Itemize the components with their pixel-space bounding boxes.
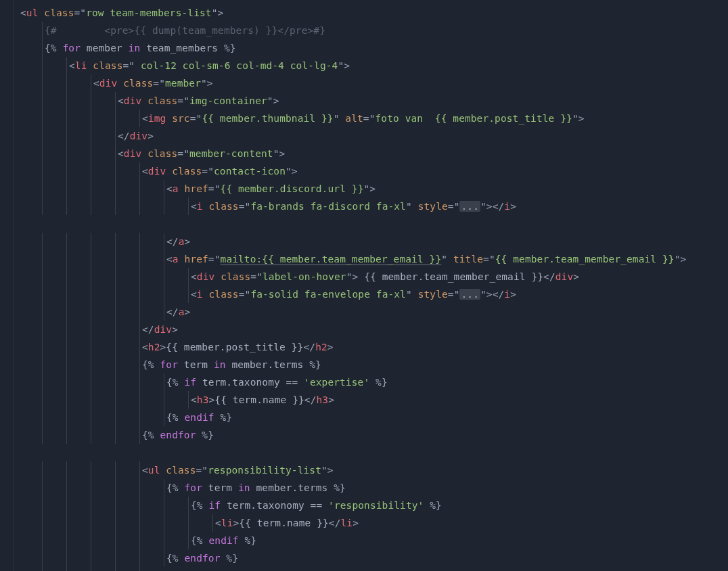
token: 'expertise' <box>304 377 369 388</box>
token: </ <box>543 271 555 282</box>
code-line[interactable]: <div class="contact-icon"> <box>16 162 686 180</box>
token: in <box>214 359 226 370</box>
code-line[interactable]: <a href="mailto:{{ member.team_member_em… <box>16 250 686 268</box>
token: class <box>93 60 122 71</box>
code-line[interactable]: {% if term.taxonomy == 'responsibility' … <box>16 497 686 514</box>
token: = <box>190 113 196 124</box>
line-content: <div class="label-on-hover"> {{ member.t… <box>16 268 579 286</box>
token: {{ term.name }} <box>214 394 304 405</box>
token: " <box>572 113 578 124</box>
token: i <box>197 201 203 212</box>
token: < <box>118 148 124 159</box>
code-line[interactable]: </ul> <box>16 567 686 571</box>
token: %} <box>224 43 236 53</box>
token: ul <box>26 7 39 18</box>
token: h2 <box>148 342 160 352</box>
token: < <box>166 183 173 194</box>
code-line[interactable]: </a> <box>16 303 686 321</box>
token: " <box>183 95 189 106</box>
token <box>203 289 209 300</box>
code-line[interactable]: <a href="{{ member.discord.url }}"> <box>16 180 686 198</box>
code-line[interactable]: <li>{{ term.name }}</li> <box>16 514 686 532</box>
token: < <box>142 465 148 476</box>
token <box>214 412 221 423</box>
token: href <box>185 183 208 194</box>
code-line[interactable]: </div> <box>16 127 686 145</box>
token: a <box>173 254 179 265</box>
token: " <box>675 254 681 265</box>
code-line[interactable]: {% for member in team_members %} <box>16 39 686 57</box>
token: class <box>147 148 177 159</box>
token: style <box>418 201 448 212</box>
code-line[interactable]: {% endif %} <box>16 409 686 426</box>
token: > <box>172 324 178 335</box>
code-line[interactable]: {# <pre>{{ dump(team_members) }}</pre>#} <box>16 22 686 39</box>
code-line[interactable]: <i class="fa-brands fa-discord fa-xl" st… <box>16 198 686 215</box>
code-line[interactable] <box>16 215 686 233</box>
token: %} <box>376 377 388 388</box>
code-line[interactable]: {% endif %} <box>16 532 686 549</box>
code-line[interactable]: <li class=" col-12 col-sm-6 col-md-4 col… <box>16 57 686 74</box>
token: " <box>208 166 214 177</box>
code-line[interactable]: {% endfor %} <box>16 426 686 444</box>
token: for <box>63 43 81 53</box>
token: ul <box>148 465 160 476</box>
token: in <box>238 482 250 493</box>
token: member.terms <box>250 482 334 493</box>
code-line[interactable]: {% for term in member.terms %} <box>16 356 686 373</box>
line-content: </div> <box>16 127 154 145</box>
code-line[interactable]: <div class="member-content"> <box>16 145 686 162</box>
code-line[interactable]: </div> <box>16 321 686 338</box>
code-line[interactable]: <div class="member"> <box>16 74 686 92</box>
token: style <box>418 289 448 300</box>
line-content: <i class="fa-solid fa-envelope fa-xl" st… <box>16 286 516 303</box>
code-line[interactable]: </a> <box>16 233 686 250</box>
line-content: {% for term in member.terms %} <box>16 356 321 373</box>
token: > <box>369 183 376 194</box>
token: div <box>154 324 173 335</box>
line-content: <a href="{{ member.discord.url }}"> <box>16 180 376 198</box>
token: </ <box>304 394 317 405</box>
token: li <box>221 518 233 528</box>
line-content: <ul class="row team-members-list"> <box>16 4 223 22</box>
code-line[interactable]: <h3>{{ term.name }}</h3> <box>16 391 686 409</box>
token: member.terms <box>226 359 310 370</box>
code-line[interactable]: <i class="fa-solid fa-envelope fa-xl" st… <box>16 286 686 303</box>
token: < <box>93 78 99 89</box>
code-line[interactable]: {% endfor %} <box>16 549 686 567</box>
code-line[interactable]: <img src="{{ member.thumbnail }}" alt="f… <box>16 110 686 127</box>
token: < <box>142 113 148 124</box>
token: foto van {{ member.post_title }} <box>376 113 572 124</box>
code-line[interactable]: <div class="img-container"> <box>16 92 686 110</box>
token: div <box>148 166 166 177</box>
code-line[interactable]: {% if term.taxonomy == 'expertise' %} <box>16 373 686 391</box>
code-panel[interactable]: <ul class="row team-members-list">{# <pr… <box>14 0 686 571</box>
token: > <box>207 78 213 89</box>
token <box>447 254 453 265</box>
token: src <box>172 113 190 124</box>
token: label-on-hover <box>263 271 346 282</box>
token: > <box>292 166 298 177</box>
token: div <box>130 131 148 141</box>
token: ... <box>459 289 480 300</box>
code-line[interactable] <box>16 444 686 461</box>
code-line[interactable]: <ul class="row team-members-list"> <box>16 4 686 22</box>
token: {% <box>166 377 185 388</box>
token <box>179 183 185 194</box>
token: {{ member.thumbnail }} <box>202 113 333 124</box>
token: endfor <box>185 553 221 564</box>
token: class <box>44 7 74 18</box>
code-line[interactable]: <ul class="responsibility-list"> <box>16 461 686 479</box>
token: class <box>166 465 196 476</box>
token: for <box>185 482 203 493</box>
token: < <box>166 254 173 265</box>
code-line[interactable]: <h2>{{ member.post_title }}</h2> <box>16 338 686 356</box>
token: div <box>124 148 142 159</box>
token: contact-icon <box>214 166 286 177</box>
code-editor[interactable]: <ul class="row team-members-list">{# <pr… <box>0 0 728 571</box>
token: = <box>363 113 369 124</box>
line-content: <div class="member-content"> <box>16 145 285 162</box>
code-line[interactable]: <div class="label-on-hover"> {{ member.t… <box>16 268 686 286</box>
code-line[interactable]: {% for term in member.terms %} <box>16 479 686 497</box>
token: " <box>363 183 369 194</box>
